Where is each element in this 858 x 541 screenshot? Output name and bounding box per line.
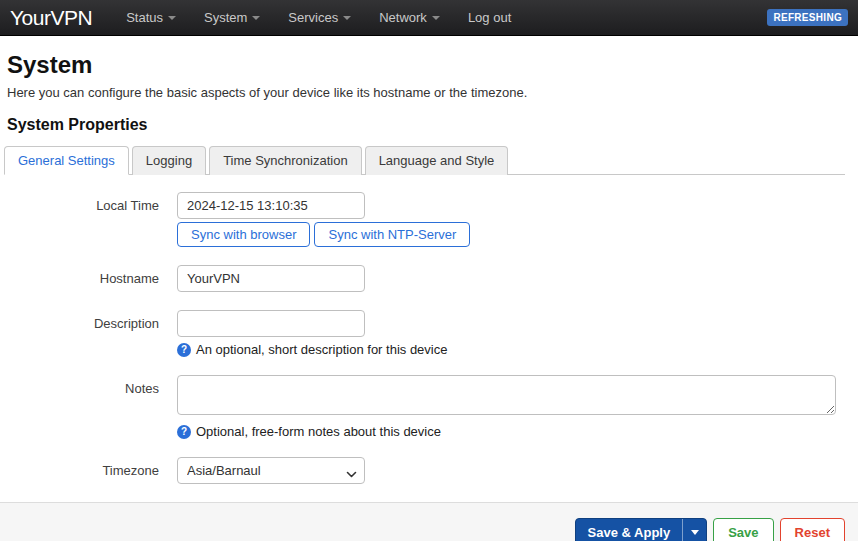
settings-tab-bar: General Settings Logging Time Synchroniz… <box>4 146 845 175</box>
footer-action-bar: Save & Apply Save Reset <box>0 502 858 541</box>
nav-item-logout[interactable]: Log out <box>468 10 511 25</box>
chevron-down-icon <box>252 16 260 20</box>
tab-language-and-style[interactable]: Language and Style <box>365 146 509 175</box>
nav-item-label: Log out <box>468 10 511 25</box>
timezone-row: Timezone Asia/Barnaul <box>7 457 845 484</box>
refreshing-status-badge: REFRESHING <box>767 9 848 26</box>
nav-item-label: System <box>204 10 247 25</box>
nav-item-system[interactable]: System <box>204 10 260 25</box>
caret-down-icon <box>691 530 699 535</box>
notes-row: Notes Optional, free-form notes about th… <box>7 375 845 439</box>
description-label: Description <box>7 310 177 357</box>
description-input[interactable] <box>177 310 365 337</box>
help-icon <box>177 425 191 439</box>
chevron-down-icon <box>432 16 440 20</box>
timezone-label: Timezone <box>7 457 177 484</box>
save-and-apply-button[interactable]: Save & Apply <box>575 518 708 541</box>
save-button[interactable]: Save <box>713 518 773 541</box>
tab-logging[interactable]: Logging <box>132 146 206 175</box>
help-icon <box>177 343 191 357</box>
local-time-label: Local Time <box>7 192 177 247</box>
system-properties-form: Local Time Sync with browser Sync with N… <box>7 192 845 484</box>
page-content: System Here you can configure the basic … <box>0 51 858 484</box>
brand-logo[interactable]: YourVPN <box>10 6 92 30</box>
nav-item-label: Network <box>379 10 427 25</box>
top-navbar: YourVPN Status System Services Network L… <box>0 0 858 36</box>
notes-textarea[interactable] <box>177 375 836 415</box>
hostname-label: Hostname <box>7 265 177 292</box>
tab-general-settings[interactable]: General Settings <box>4 146 129 175</box>
description-row: Description An optional, short descripti… <box>7 310 845 357</box>
local-time-input[interactable] <box>177 192 365 219</box>
page-title: System <box>7 51 845 79</box>
reset-button[interactable]: Reset <box>780 518 845 541</box>
save-and-apply-label[interactable]: Save & Apply <box>576 519 683 541</box>
page-description: Here you can configure the basic aspects… <box>7 85 845 100</box>
nav-item-status[interactable]: Status <box>126 10 176 25</box>
notes-label: Notes <box>7 375 177 439</box>
section-title: System Properties <box>7 116 845 134</box>
chevron-down-icon <box>343 16 351 20</box>
sync-with-ntp-server-button[interactable]: Sync with NTP-Server <box>314 222 470 247</box>
nav-item-network[interactable]: Network <box>379 10 440 25</box>
chevron-down-icon <box>168 16 176 20</box>
tab-time-synchronization[interactable]: Time Synchronization <box>209 146 362 175</box>
sync-with-browser-button[interactable]: Sync with browser <box>177 222 310 247</box>
hostname-row: Hostname <box>7 265 845 292</box>
description-help-text: An optional, short description for this … <box>196 342 447 357</box>
nav-item-label: Status <box>126 10 163 25</box>
nav-item-services[interactable]: Services <box>288 10 351 25</box>
timezone-select[interactable]: Asia/Barnaul <box>177 457 365 484</box>
save-and-apply-dropdown-toggle[interactable] <box>682 519 706 541</box>
local-time-row: Local Time Sync with browser Sync with N… <box>7 192 845 247</box>
nav-item-label: Services <box>288 10 338 25</box>
notes-help-text: Optional, free-form notes about this dev… <box>196 424 441 439</box>
hostname-input[interactable] <box>177 265 365 292</box>
